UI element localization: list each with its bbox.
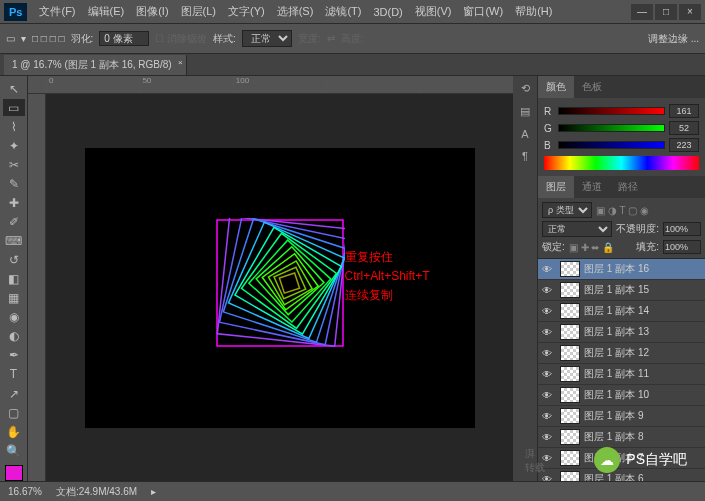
path-tool-icon[interactable]: ↗ <box>3 385 25 402</box>
para-icon[interactable]: ¶ <box>522 150 528 162</box>
menu-3d[interactable]: 3D(D) <box>367 6 408 18</box>
layer-row[interactable]: 👁图层 1 副本 12 <box>538 343 705 364</box>
layer-name: 图层 1 副本 14 <box>584 304 649 318</box>
layer-thumbnail <box>560 261 580 277</box>
layer-row[interactable]: 👁图层 1 副本 13 <box>538 322 705 343</box>
eraser-tool-icon[interactable]: ◧ <box>3 271 25 288</box>
color-panel: R G B <box>538 98 705 176</box>
feather-input[interactable] <box>99 31 149 46</box>
menu-help[interactable]: 帮助(H) <box>509 4 558 19</box>
canvas-annotation: 重复按住Ctrl+Alt+Shift+T 连续复制 <box>345 248 475 306</box>
stamp-tool-icon[interactable]: ⌨ <box>3 233 25 250</box>
opacity-label: 不透明度: <box>616 222 659 236</box>
layer-row[interactable]: 👁图层 1 副本 8 <box>538 427 705 448</box>
visibility-icon[interactable]: 👁 <box>542 369 556 380</box>
layer-row[interactable]: 👁图层 1 副本 16 <box>538 259 705 280</box>
b-slider[interactable] <box>558 141 665 149</box>
style-select[interactable]: 正常 <box>242 30 292 47</box>
heal-tool-icon[interactable]: ✚ <box>3 194 25 211</box>
layer-row[interactable]: 👁图层 1 副本 10 <box>538 385 705 406</box>
canvas[interactable]: 重复按住Ctrl+Alt+Shift+T 连续复制 <box>46 94 513 481</box>
canvas-area: 050100 <box>28 76 513 481</box>
properties-icon[interactable]: ▤ <box>520 105 530 118</box>
visibility-icon[interactable]: 👁 <box>542 327 556 338</box>
opacity-input[interactable] <box>663 222 701 236</box>
layer-row[interactable]: 👁图层 1 副本 9 <box>538 406 705 427</box>
layer-row[interactable]: 👁图层 1 副本 15 <box>538 280 705 301</box>
move-tool-icon[interactable]: ↖ <box>3 80 25 97</box>
crop-tool-icon[interactable]: ✂ <box>3 156 25 173</box>
menu-image[interactable]: 图像(I) <box>130 4 174 19</box>
g-slider[interactable] <box>558 124 665 132</box>
dodge-tool-icon[interactable]: ◐ <box>3 328 25 345</box>
preset-icon[interactable]: ▾ <box>21 33 26 44</box>
menu-type[interactable]: 文字(Y) <box>222 4 271 19</box>
menu-file[interactable]: 文件(F) <box>33 4 81 19</box>
g-input[interactable] <box>669 121 699 135</box>
type-tool-icon[interactable]: T <box>3 366 25 383</box>
menu-filter[interactable]: 滤镜(T) <box>319 4 367 19</box>
char-icon[interactable]: A <box>521 128 528 140</box>
pen-tool-icon[interactable]: ✒ <box>3 347 25 364</box>
watermark: 湃转载 <box>525 447 545 475</box>
layer-row[interactable]: 👁图层 1 副本 14 <box>538 301 705 322</box>
visibility-icon[interactable]: 👁 <box>542 264 556 275</box>
zoom-level[interactable]: 16.67% <box>8 486 42 497</box>
wechat-brand: ☁ PS自学吧 <box>594 447 687 473</box>
brush-tool-icon[interactable]: ✐ <box>3 213 25 230</box>
wand-tool-icon[interactable]: ✦ <box>3 137 25 154</box>
color-spectrum[interactable] <box>544 156 699 170</box>
marquee-tool-icon[interactable]: ▭ <box>3 99 25 116</box>
style-label: 样式: <box>213 32 236 46</box>
eyedropper-tool-icon[interactable]: ✎ <box>3 175 25 192</box>
document-tab[interactable]: 1 @ 16.7% (图层 1 副本 16, RGB/8)× <box>4 55 187 75</box>
visibility-icon[interactable]: 👁 <box>542 411 556 422</box>
menu-layer[interactable]: 图层(L) <box>175 4 222 19</box>
gradient-tool-icon[interactable]: ▦ <box>3 290 25 307</box>
r-input[interactable] <box>669 104 699 118</box>
document-tab-bar: 1 @ 16.7% (图层 1 副本 16, RGB/8)× <box>0 54 705 76</box>
menu-view[interactable]: 视图(V) <box>409 4 458 19</box>
lasso-tool-icon[interactable]: ⌇ <box>3 118 25 135</box>
tab-color[interactable]: 颜色 <box>538 76 574 98</box>
visibility-icon[interactable]: 👁 <box>542 432 556 443</box>
window-close[interactable]: × <box>679 4 701 20</box>
window-minimize[interactable]: — <box>631 4 653 20</box>
layer-thumbnail <box>560 429 580 445</box>
r-label: R <box>544 106 554 117</box>
visibility-icon[interactable]: 👁 <box>542 390 556 401</box>
history-icon[interactable]: ⟲ <box>521 82 530 95</box>
hand-tool-icon[interactable]: ✋ <box>3 423 25 440</box>
close-tab-icon[interactable]: × <box>178 58 183 67</box>
shape-tool-icon[interactable]: ▢ <box>3 404 25 421</box>
menu-edit[interactable]: 编辑(E) <box>82 4 131 19</box>
tab-layers[interactable]: 图层 <box>538 176 574 198</box>
refine-edge-button[interactable]: 调整边缘 ... <box>648 32 699 46</box>
tab-swatches[interactable]: 色板 <box>574 76 610 98</box>
width-label: 宽度: <box>298 32 321 46</box>
blur-tool-icon[interactable]: ◉ <box>3 309 25 326</box>
tool-palette: ↖ ▭ ⌇ ✦ ✂ ✎ ✚ ✐ ⌨ ↺ ◧ ▦ ◉ ◐ ✒ T ↗ ▢ ✋ 🔍 <box>0 76 28 481</box>
tab-paths[interactable]: 路径 <box>610 176 646 198</box>
layer-row[interactable]: 👁图层 1 副本 11 <box>538 364 705 385</box>
tab-channels[interactable]: 通道 <box>574 176 610 198</box>
blend-mode-select[interactable]: 正常 <box>542 221 612 237</box>
layer-thumbnail <box>560 303 580 319</box>
window-maximize[interactable]: □ <box>655 4 677 20</box>
filesize-status: 文档:24.9M/43.6M <box>56 485 137 499</box>
history-brush-icon[interactable]: ↺ <box>3 252 25 269</box>
visibility-icon[interactable]: 👁 <box>542 348 556 359</box>
foreground-color-swatch[interactable] <box>5 465 23 481</box>
layer-filter-select[interactable]: ρ 类型 <box>542 202 592 218</box>
marquee-tool-icon[interactable]: ▭ <box>6 33 15 44</box>
menu-window[interactable]: 窗口(W) <box>457 4 509 19</box>
menu-select[interactable]: 选择(S) <box>271 4 320 19</box>
r-slider[interactable] <box>558 107 665 115</box>
visibility-icon[interactable]: 👁 <box>542 306 556 317</box>
layer-thumbnail <box>560 366 580 382</box>
fill-input[interactable] <box>663 240 701 254</box>
zoom-tool-icon[interactable]: 🔍 <box>3 442 25 459</box>
layer-name: 图层 1 副本 15 <box>584 283 649 297</box>
visibility-icon[interactable]: 👁 <box>542 285 556 296</box>
b-input[interactable] <box>669 138 699 152</box>
